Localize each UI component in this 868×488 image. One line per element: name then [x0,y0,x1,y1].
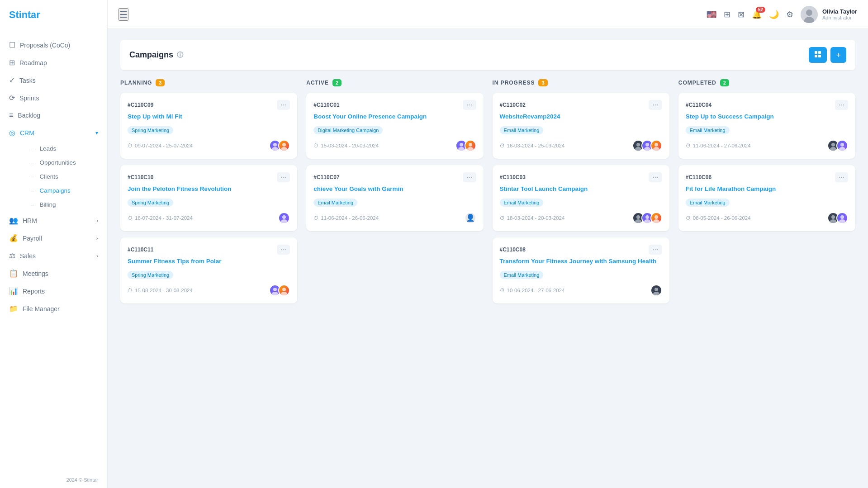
card-more-button[interactable]: ··· [835,172,848,182]
campaign-card: #C110C06 ··· Fit for Life Marathon Campa… [678,165,855,231]
grid-icon[interactable]: ⊞ [724,9,730,19]
crm-icon: ◎ [9,128,15,137]
card-avatars [827,212,848,224]
svg-point-34 [655,288,658,291]
card-more-button[interactable]: ··· [277,100,290,110]
sidebar-item-roadmap[interactable]: ⊞ Roadmap [0,54,107,71]
svg-point-12 [282,215,286,219]
sidebar-item-campaigns[interactable]: Campaigns [22,184,107,198]
card-more-button[interactable]: ··· [463,172,476,182]
card-more-button[interactable]: ··· [277,172,290,182]
card-title[interactable]: Join the Peloton Fitness Revolution [128,185,290,194]
sidebar: Stintar ☐ Proposals (CoCo) ⊞ Roadmap ✓ T… [0,0,108,488]
sidebar-item-hrm[interactable]: 👥 HRM › [0,212,107,229]
svg-rect-5 [818,51,821,54]
header-icons: 🇺🇸 ⊞ ⊠ 🔔 52 🌙 ⚙ [707,9,793,19]
card-date-text: 08-05-2024 - 26-06-2024 [693,215,751,221]
card-id: #C110C08 ··· [500,245,662,255]
svg-point-39 [839,147,845,151]
sidebar-item-proposals[interactable]: ☐ Proposals (CoCo) [0,36,107,54]
card-date: ⏱ 16-03-2024 - 25-03-2024 [500,143,565,148]
campaign-card: #C110C09 ··· Step Up with Mi Fit Spring … [120,93,297,159]
sidebar-item-label: Roadmap [19,59,47,66]
card-tag: Spring Marketing [128,271,173,279]
sidebar-item-backlog[interactable]: ≡ Backlog [0,107,107,124]
sidebar-item-label: Sprints [19,95,39,102]
card-title[interactable]: WebsiteRevamp2024 [500,113,662,121]
card-date: ⏱ 15-08-2024 - 30-08-2024 [128,288,193,293]
card-title[interactable]: Transform Your Fitness Journey with Sams… [500,257,662,266]
avatar [465,140,476,152]
card-id: #C110C02 ··· [500,100,662,110]
reports-icon: 📊 [9,287,18,295]
clock-icon: ⏱ [500,288,505,293]
sidebar-item-sprints[interactable]: ⟳ Sprints [0,89,107,107]
sidebar-item-tasks[interactable]: ✓ Tasks [0,71,107,89]
sidebar-item-leads[interactable]: Leads [22,142,107,156]
card-more-button[interactable]: ··· [649,100,662,110]
svg-point-32 [655,215,658,219]
card-date: ⏱ 15-03-2024 - 20-03-2024 [313,143,379,148]
column-in-progress: IN PROGRESS 3 #C110C02 ··· WebsiteRevamp… [493,79,669,310]
theme-icon[interactable]: 🌙 [769,9,779,19]
user-menu[interactable]: Olivia Taylor Administrator [801,6,857,23]
sidebar-item-opportunities[interactable]: Opportunities [22,156,107,170]
flag-icon[interactable]: 🇺🇸 [707,9,716,19]
svg-point-15 [272,292,278,295]
card-title[interactable]: Summer Fitness Tips from Polar [128,257,290,266]
main-area: ☰ 🇺🇸 ⊞ ⊠ 🔔 52 🌙 ⚙ Olivia Taylor [108,0,868,488]
sidebar-item-billing[interactable]: Billing [22,198,107,212]
svg-point-31 [644,219,650,223]
clock-icon: ⏱ [500,143,505,148]
svg-point-40 [831,215,835,219]
sidebar-item-crm[interactable]: ◎ CRM ▾ [0,124,107,142]
card-date: ⏱ 09-07-2024 - 25-07-2024 [128,143,193,148]
logo: Stintar [0,0,107,33]
card-title[interactable]: Stintar Tool Launch Campaign [500,185,662,194]
sidebar-sub-label: Clients [40,173,58,180]
card-title[interactable]: chieve Your Goals with Garmin [313,185,476,194]
sidebar-item-sales[interactable]: ⚖ Sales › [0,247,107,265]
card-more-button[interactable]: ··· [277,245,290,255]
svg-rect-6 [815,55,817,57]
sidebar-item-label: File Manager [23,305,60,313]
svg-point-26 [655,143,658,147]
svg-point-13 [281,219,287,223]
card-title[interactable]: Boost Your Online Presence Campaign [313,113,476,121]
clock-icon: ⏱ [500,215,505,221]
view-grid-button[interactable] [809,47,827,63]
settings-icon[interactable]: ⚙ [786,9,793,19]
campaign-card: #C110C07 ··· chieve Your Goals with Garm… [306,165,483,231]
footer-text: 2024 © Stintar [66,477,98,483]
card-date-text: 16-03-2024 - 25-03-2024 [507,143,565,148]
card-more-button[interactable]: ··· [649,245,662,255]
card-more-button[interactable]: ··· [835,100,848,110]
sidebar-item-clients[interactable]: Clients [22,170,107,184]
card-id: #C110C01 ··· [313,100,476,110]
campaign-card: #C110C02 ··· WebsiteRevamp2024 Email Mar… [493,93,669,159]
clock-icon: ⏱ [686,143,691,148]
svg-point-19 [458,147,465,151]
card-more-button[interactable]: ··· [463,100,476,110]
sidebar-item-reports[interactable]: 📊 Reports [0,282,107,300]
notification-icon[interactable]: 🔔 52 [752,9,762,19]
card-id: #C110C03 ··· [500,172,662,182]
card-footer: ⏱ 09-07-2024 - 25-07-2024 [128,140,290,152]
card-title[interactable]: Step Up with Mi Fit [128,113,290,121]
sidebar-item-meetings[interactable]: 📋 Meetings [0,265,107,282]
sidebar-item-file-manager[interactable]: 📁 File Manager [0,300,107,317]
card-title[interactable]: Step Up to Success Campaign [686,113,848,121]
sidebar-item-payroll[interactable]: 💰 Payroll › [0,229,107,247]
card-title[interactable]: Fit for Life Marathon Campaign [686,185,848,194]
logo-text: Stintar [9,8,54,24]
hamburger-button[interactable]: ☰ [119,8,128,21]
card-id: #C110C11 ··· [128,245,290,255]
card-more-button[interactable]: ··· [649,172,662,182]
card-avatars [269,140,290,152]
add-campaign-button[interactable]: + [830,47,846,63]
layout-icon[interactable]: ⊠ [738,9,745,19]
sidebar-item-label: Payroll [23,235,42,242]
info-icon[interactable]: ⓘ [177,51,183,59]
sidebar-item-label: Sales [20,252,36,260]
card-tag: Email Marketing [500,126,544,134]
